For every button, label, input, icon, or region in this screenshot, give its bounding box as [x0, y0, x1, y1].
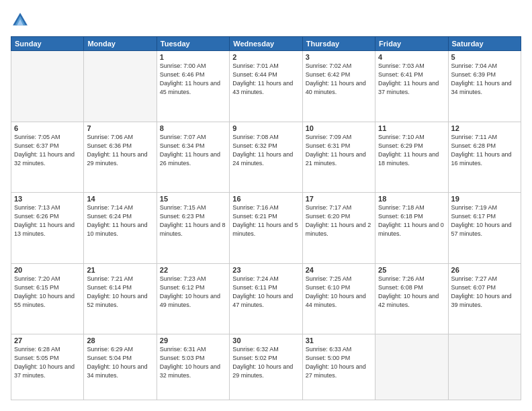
- calendar-cell: 28Sunrise: 6:29 AM Sunset: 5:04 PM Dayli…: [84, 334, 157, 400]
- calendar-header-row: SundayMondayTuesdayWednesdayThursdayFrid…: [11, 37, 521, 51]
- day-number: 17: [306, 195, 372, 203]
- day-info: Sunrise: 7:09 AM Sunset: 6:31 PM Dayligh…: [306, 133, 372, 168]
- day-number: 21: [87, 266, 153, 274]
- day-number: 4: [378, 53, 445, 61]
- day-number: 7: [87, 124, 153, 132]
- calendar-cell: 7Sunrise: 7:06 AM Sunset: 6:36 PM Daylig…: [84, 122, 157, 193]
- day-info: Sunrise: 7:24 AM Sunset: 6:11 PM Dayligh…: [232, 275, 299, 310]
- calendar-cell: 29Sunrise: 6:31 AM Sunset: 5:03 PM Dayli…: [157, 334, 229, 400]
- day-number: 14: [87, 195, 153, 203]
- page: SundayMondayTuesdayWednesdayThursdayFrid…: [0, 0, 532, 411]
- day-info: Sunrise: 7:10 AM Sunset: 6:29 PM Dayligh…: [378, 133, 445, 168]
- day-info: Sunrise: 7:13 AM Sunset: 6:26 PM Dayligh…: [14, 203, 81, 238]
- day-number: 2: [232, 53, 299, 61]
- calendar-week-3: 20Sunrise: 7:20 AM Sunset: 6:15 PM Dayli…: [11, 263, 521, 334]
- logo: [11, 11, 32, 30]
- calendar-cell: 15Sunrise: 7:15 AM Sunset: 6:23 PM Dayli…: [157, 193, 229, 264]
- calendar-cell: 20Sunrise: 7:20 AM Sunset: 6:15 PM Dayli…: [11, 263, 84, 334]
- day-info: Sunrise: 7:00 AM Sunset: 6:46 PM Dayligh…: [160, 62, 226, 97]
- day-number: 18: [378, 195, 445, 203]
- day-info: Sunrise: 7:16 AM Sunset: 6:21 PM Dayligh…: [232, 203, 299, 238]
- day-header-tuesday: Tuesday: [157, 37, 229, 51]
- day-number: 20: [14, 266, 81, 274]
- day-number: 15: [160, 195, 226, 203]
- day-number: 24: [306, 266, 372, 274]
- calendar-cell: 3Sunrise: 7:02 AM Sunset: 6:42 PM Daylig…: [302, 51, 375, 122]
- day-number: 3: [306, 53, 372, 61]
- day-number: 8: [160, 124, 226, 132]
- day-info: Sunrise: 7:14 AM Sunset: 6:24 PM Dayligh…: [87, 203, 153, 238]
- calendar-cell: 23Sunrise: 7:24 AM Sunset: 6:11 PM Dayli…: [230, 263, 302, 334]
- day-info: Sunrise: 6:32 AM Sunset: 5:02 PM Dayligh…: [232, 345, 299, 380]
- calendar-cell: 1Sunrise: 7:00 AM Sunset: 6:46 PM Daylig…: [157, 51, 229, 122]
- calendar-cell: 18Sunrise: 7:18 AM Sunset: 6:18 PM Dayli…: [375, 193, 448, 264]
- day-number: 30: [232, 336, 299, 345]
- day-header-sunday: Sunday: [11, 37, 84, 51]
- day-info: Sunrise: 6:29 AM Sunset: 5:04 PM Dayligh…: [87, 345, 153, 380]
- calendar-cell: 8Sunrise: 7:07 AM Sunset: 6:34 PM Daylig…: [157, 122, 229, 193]
- day-number: 16: [232, 195, 299, 203]
- day-info: Sunrise: 7:04 AM Sunset: 6:39 PM Dayligh…: [451, 62, 518, 97]
- calendar-cell: 22Sunrise: 7:23 AM Sunset: 6:12 PM Dayli…: [157, 263, 229, 334]
- day-info: Sunrise: 7:06 AM Sunset: 6:36 PM Dayligh…: [87, 133, 153, 168]
- calendar-week-4: 27Sunrise: 6:28 AM Sunset: 5:05 PM Dayli…: [11, 334, 521, 400]
- day-number: 13: [14, 195, 81, 203]
- calendar-week-0: 1Sunrise: 7:00 AM Sunset: 6:46 PM Daylig…: [11, 51, 521, 122]
- calendar-week-2: 13Sunrise: 7:13 AM Sunset: 6:26 PM Dayli…: [11, 193, 521, 264]
- calendar-cell: 6Sunrise: 7:05 AM Sunset: 6:37 PM Daylig…: [11, 122, 84, 193]
- calendar-cell: 14Sunrise: 7:14 AM Sunset: 6:24 PM Dayli…: [84, 193, 157, 264]
- calendar-cell: 4Sunrise: 7:03 AM Sunset: 6:41 PM Daylig…: [375, 51, 448, 122]
- logo-icon: [11, 11, 30, 30]
- day-info: Sunrise: 7:27 AM Sunset: 6:07 PM Dayligh…: [451, 275, 518, 310]
- calendar-cell: 21Sunrise: 7:21 AM Sunset: 6:14 PM Dayli…: [84, 263, 157, 334]
- calendar-week-1: 6Sunrise: 7:05 AM Sunset: 6:37 PM Daylig…: [11, 122, 521, 193]
- day-number: 26: [451, 266, 518, 274]
- day-info: Sunrise: 7:02 AM Sunset: 6:42 PM Dayligh…: [306, 62, 372, 97]
- day-info: Sunrise: 6:28 AM Sunset: 5:05 PM Dayligh…: [14, 345, 81, 380]
- calendar-cell: 16Sunrise: 7:16 AM Sunset: 6:21 PM Dayli…: [230, 193, 302, 264]
- day-number: 29: [160, 336, 226, 345]
- calendar-cell: 19Sunrise: 7:19 AM Sunset: 6:17 PM Dayli…: [448, 193, 521, 264]
- day-number: 5: [451, 53, 518, 61]
- day-number: 31: [306, 336, 372, 345]
- day-info: Sunrise: 7:08 AM Sunset: 6:32 PM Dayligh…: [232, 133, 299, 168]
- calendar-cell: 25Sunrise: 7:26 AM Sunset: 6:08 PM Dayli…: [375, 263, 448, 334]
- day-number: 22: [160, 266, 226, 274]
- day-number: 12: [451, 124, 518, 132]
- day-header-monday: Monday: [84, 37, 157, 51]
- day-info: Sunrise: 7:19 AM Sunset: 6:17 PM Dayligh…: [451, 203, 518, 238]
- day-number: 10: [306, 124, 372, 132]
- day-number: 25: [378, 266, 445, 274]
- day-info: Sunrise: 7:05 AM Sunset: 6:37 PM Dayligh…: [14, 133, 81, 168]
- calendar-cell: 12Sunrise: 7:11 AM Sunset: 6:28 PM Dayli…: [448, 122, 521, 193]
- day-info: Sunrise: 6:33 AM Sunset: 5:00 PM Dayligh…: [306, 345, 372, 380]
- calendar-cell: 11Sunrise: 7:10 AM Sunset: 6:29 PM Dayli…: [375, 122, 448, 193]
- calendar-cell: 24Sunrise: 7:25 AM Sunset: 6:10 PM Dayli…: [302, 263, 375, 334]
- calendar-cell: 17Sunrise: 7:17 AM Sunset: 6:20 PM Dayli…: [302, 193, 375, 264]
- day-number: 27: [14, 336, 81, 345]
- calendar-cell: 31Sunrise: 6:33 AM Sunset: 5:00 PM Dayli…: [302, 334, 375, 400]
- calendar-table: SundayMondayTuesdayWednesdayThursdayFrid…: [11, 36, 521, 400]
- day-number: 23: [232, 266, 299, 274]
- day-header-saturday: Saturday: [448, 37, 521, 51]
- day-info: Sunrise: 7:17 AM Sunset: 6:20 PM Dayligh…: [306, 203, 372, 238]
- day-number: 6: [14, 124, 81, 132]
- day-info: Sunrise: 7:01 AM Sunset: 6:44 PM Dayligh…: [232, 62, 299, 97]
- calendar-cell: 26Sunrise: 7:27 AM Sunset: 6:07 PM Dayli…: [448, 263, 521, 334]
- day-header-friday: Friday: [375, 37, 448, 51]
- calendar-cell: 9Sunrise: 7:08 AM Sunset: 6:32 PM Daylig…: [230, 122, 302, 193]
- day-info: Sunrise: 7:23 AM Sunset: 6:12 PM Dayligh…: [160, 275, 226, 310]
- day-number: 11: [378, 124, 445, 132]
- day-info: Sunrise: 7:18 AM Sunset: 6:18 PM Dayligh…: [378, 203, 445, 238]
- day-number: 28: [87, 336, 153, 345]
- calendar-cell: [11, 51, 84, 122]
- day-number: 19: [451, 195, 518, 203]
- day-number: 1: [160, 53, 226, 61]
- day-info: Sunrise: 7:20 AM Sunset: 6:15 PM Dayligh…: [14, 275, 81, 310]
- header: [11, 11, 521, 30]
- day-info: Sunrise: 7:15 AM Sunset: 6:23 PM Dayligh…: [160, 203, 226, 238]
- day-number: 9: [232, 124, 299, 132]
- day-header-thursday: Thursday: [302, 37, 375, 51]
- calendar-cell: [448, 334, 521, 400]
- calendar-cell: 30Sunrise: 6:32 AM Sunset: 5:02 PM Dayli…: [230, 334, 302, 400]
